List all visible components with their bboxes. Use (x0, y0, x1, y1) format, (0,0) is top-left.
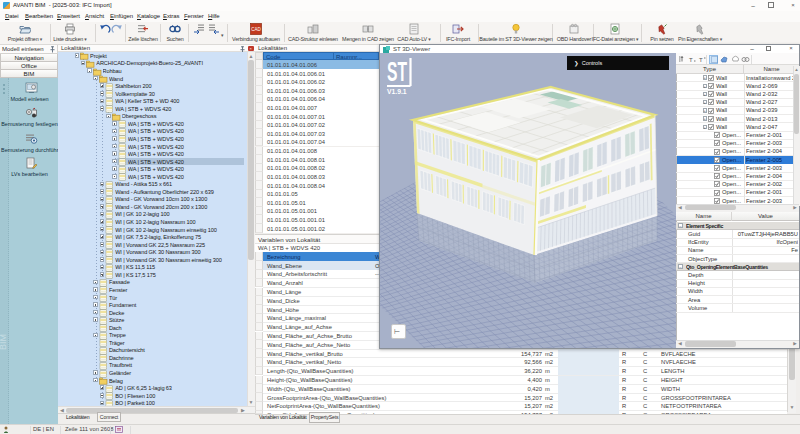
svg-text:V1.9.1: V1.9.1 (387, 88, 407, 95)
svg-text:T: T (699, 57, 703, 63)
svg-text:CAD: CAD (251, 27, 261, 32)
svg-text:T: T (689, 57, 693, 63)
svg-text:ST: ST (387, 57, 407, 87)
